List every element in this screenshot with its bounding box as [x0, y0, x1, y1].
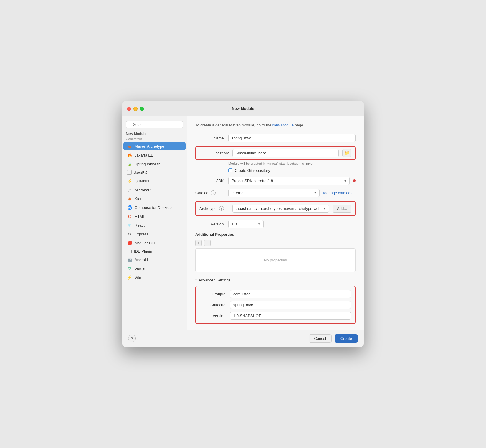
close-button[interactable]	[127, 107, 131, 111]
jdk-select[interactable]: Project SDK corretto-1.8	[228, 177, 350, 185]
location-label: Location:	[199, 151, 229, 155]
bottom-left: ?	[128, 335, 136, 342]
no-properties-placeholder: No properties	[195, 248, 356, 272]
sidebar-item-micronaut[interactable]: μ Micronaut	[123, 186, 186, 194]
traffic-lights	[127, 107, 144, 111]
sidebar-item-javafx[interactable]: JavaFX	[123, 169, 186, 176]
remove-property-button[interactable]: −	[204, 240, 211, 246]
create-git-checkbox[interactable]	[228, 168, 232, 172]
manage-catalogs-link[interactable]: Manage catalogs...	[323, 191, 356, 195]
artifact-id-input[interactable]	[230, 301, 351, 309]
sidebar-item-maven-archetype[interactable]: m Maven Archetype	[123, 142, 186, 150]
catalog-select[interactable]: Internal	[228, 189, 320, 197]
create-button[interactable]: Create	[335, 334, 358, 343]
sidebar-item-label-vuejs: Vue.js	[135, 266, 145, 271]
advanced-settings-label: Advanced Settings	[199, 278, 230, 282]
sidebar-item-html[interactable]: ⬡ HTML	[123, 212, 186, 220]
sidebar-item-react[interactable]: ⚛ React	[123, 221, 186, 229]
content-area: 🔍 New Module Generators m Maven Archetyp…	[122, 116, 364, 330]
props-toolbar: + −	[195, 240, 356, 246]
archetype-label: Archetype: ?	[199, 206, 229, 211]
jdk-row: JDK: Project SDK corretto-1.8 ▼	[195, 177, 356, 185]
sidebar-item-express[interactable]: ex Express	[123, 230, 186, 238]
advanced-settings-toggle[interactable]: ▾ Advanced Settings	[195, 278, 356, 282]
cancel-button[interactable]: Cancel	[309, 334, 332, 343]
ide-plugin-icon	[127, 250, 132, 253]
name-input[interactable]	[228, 134, 356, 142]
location-input[interactable]	[232, 149, 339, 157]
vite-icon: ⚡	[127, 275, 132, 280]
sidebar-item-ide-plugin[interactable]: IDE Plugin	[123, 248, 186, 255]
version-label: Version:	[195, 222, 225, 226]
ktor-icon: ◆	[127, 196, 132, 201]
create-git-row: Create Git repository	[228, 168, 356, 173]
react-icon: ⚛	[127, 223, 132, 228]
browse-button[interactable]: 📁	[342, 149, 351, 157]
additional-properties-section: Additional Properties + − No properties	[195, 232, 356, 272]
sidebar-item-spring-initializr[interactable]: 🍃 Spring Initializr	[123, 160, 186, 168]
minimize-button[interactable]	[133, 107, 138, 111]
jdk-select-wrapper: Project SDK corretto-1.8 ▼	[228, 177, 350, 185]
archetype-help-icon[interactable]: ?	[219, 206, 224, 211]
new-module-label: New Module	[122, 131, 187, 136]
dialog-title: New Module	[232, 106, 254, 111]
vuejs-icon: ▽	[127, 266, 132, 271]
express-icon: ex	[127, 231, 132, 237]
jdk-label: JDK:	[195, 179, 225, 183]
sidebar-item-label-angular-cli: Angular CLI	[135, 241, 155, 245]
group-id-row: GroupId:	[200, 290, 351, 298]
artifact-id-label: ArtifactId:	[200, 303, 227, 307]
sidebar-item-android[interactable]: 🤖 Android	[123, 256, 186, 264]
catalog-label: Catalog: ?	[195, 190, 225, 195]
version-select-wrapper: 1.0 ▼	[228, 220, 264, 228]
sidebar-item-vite[interactable]: ⚡ Vite	[123, 273, 186, 281]
maximize-button[interactable]	[140, 107, 144, 111]
name-row: Name:	[195, 134, 356, 142]
sidebar-item-quarkus[interactable]: ⚡ Quarkus	[123, 177, 186, 185]
search-wrapper: 🔍	[126, 121, 183, 128]
sidebar-item-label-jakarta-ee: Jakarta EE	[135, 153, 153, 157]
sidebar-item-ktor[interactable]: ◆ Ktor	[123, 195, 186, 203]
info-text: To create a general Maven module, go to …	[195, 122, 356, 128]
sidebar-item-angular-cli[interactable]: 🔴 Angular CLI	[123, 239, 186, 247]
version-select[interactable]: 1.0	[228, 220, 264, 228]
location-highlighted-row: Location: 📁	[195, 146, 356, 160]
html-icon: ⬡	[127, 214, 132, 219]
advanced-version-row: Version:	[200, 312, 351, 320]
generators-label: Generators	[122, 136, 187, 142]
sidebar-item-label-spring-initializr: Spring Initializr	[135, 162, 160, 166]
toggle-arrow-icon: ▾	[195, 279, 197, 282]
jakarta-ee-icon: 🔥	[127, 152, 132, 158]
jdk-error-dot	[353, 179, 356, 182]
bottom-right: Cancel Create	[309, 334, 358, 343]
sidebar-item-jakarta-ee[interactable]: 🔥 Jakarta EE	[123, 151, 186, 159]
android-icon: 🤖	[127, 257, 132, 262]
group-id-input[interactable]	[230, 290, 351, 298]
sidebar-item-compose-desktop[interactable]: 🌀 Compose for Desktop	[123, 203, 186, 212]
add-property-button[interactable]: +	[195, 240, 202, 246]
sidebar-item-label-react: React	[135, 223, 145, 228]
new-module-link[interactable]: New Module	[272, 123, 294, 127]
spring-initializr-icon: 🍃	[127, 161, 132, 167]
advanced-fields-container: GroupId: ArtifactId: Version:	[195, 286, 356, 324]
advanced-version-label: Version:	[200, 314, 227, 318]
add-archetype-button[interactable]: Add...	[333, 205, 351, 213]
sidebar-item-label-express: Express	[135, 232, 148, 236]
sidebar-item-label-vite: Vite	[135, 275, 141, 280]
module-path-hint: Module will be created in: ~/mca/listao_…	[228, 162, 356, 165]
artifact-id-row: ArtifactId:	[200, 301, 351, 309]
search-input[interactable]	[126, 121, 183, 128]
sidebar: 🔍 New Module Generators m Maven Archetyp…	[122, 116, 187, 330]
additional-properties-label: Additional Properties	[195, 232, 356, 237]
advanced-version-input[interactable]	[230, 312, 351, 320]
bottom-bar: ? Cancel Create	[122, 330, 364, 347]
help-button[interactable]: ?	[128, 335, 136, 342]
name-label: Name:	[195, 136, 225, 140]
catalog-help-icon[interactable]: ?	[211, 190, 216, 195]
archetype-inner: Archetype: ? .apache.maven.archetypes:ma…	[199, 205, 351, 213]
archetype-select[interactable]: .apache.maven.archetypes:maven-archetype…	[232, 205, 329, 213]
sidebar-item-vuejs[interactable]: ▽ Vue.js	[123, 264, 186, 273]
advanced-settings-section: ▾ Advanced Settings GroupId: ArtifactId:…	[195, 278, 356, 324]
sidebar-item-label-quarkus: Quarkus	[135, 179, 149, 183]
new-module-dialog: New Module 🔍 New Module Generators m Mav…	[122, 101, 364, 347]
